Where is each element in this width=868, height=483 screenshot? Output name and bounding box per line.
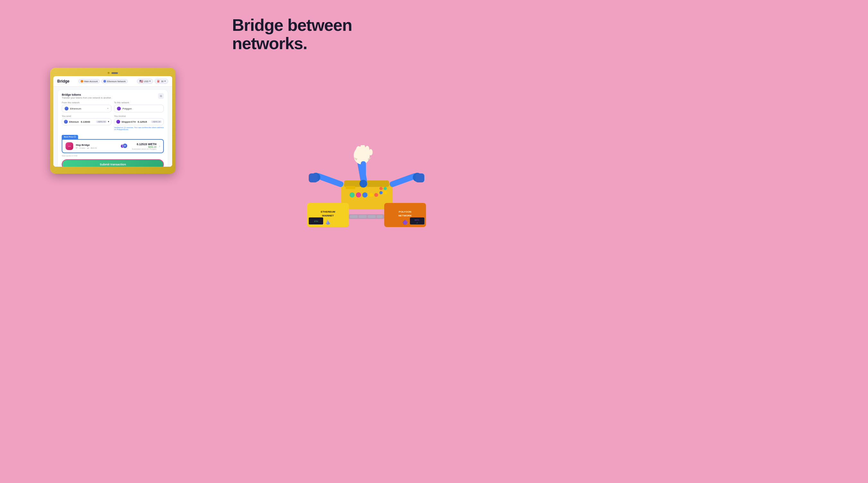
to-network-value: Polygon [122,107,132,110]
you-receive-label: You receive [114,115,164,117]
currency-selector[interactable]: 🇺🇸 USD ▾ [137,79,154,84]
weth-icon: W [122,143,127,148]
laptop-notch [53,71,172,75]
svg-rect-41 [377,215,382,218]
svg-point-45 [379,191,382,194]
chevron-down-icon-gas: ▾ [164,80,166,83]
route-name: Hop Bridge [76,143,118,147]
svg-rect-39 [359,215,367,218]
polygonscan-link[interactable]: PolygonScan. [117,128,129,130]
flag-icon: 🇺🇸 [140,79,143,83]
route-fee: 🗂 ~$10.43 [87,147,97,149]
right-panel: Bridge between networks. [226,0,434,242]
svg-point-16 [360,180,367,188]
fee-icon: 🗂 [87,147,89,149]
svg-point-44 [383,187,387,190]
chevron-down-icon-send: ▾ [108,121,109,123]
header-right: 🇺🇸 USD ▾ ⛽ 30 ▾ [137,79,169,84]
metamask-icon [81,80,83,83]
you-send-group: You send Ethereum 0.13043 +$251.53 ▾ [62,115,112,130]
route-meta: ⏱ ~3 mins 🗂 ~$10.43 [76,147,118,149]
from-network-select[interactable]: Ethereum ▾ [62,105,112,112]
svg-rect-19 [309,173,318,183]
hero-line-2: networks. [232,34,421,53]
send-usd: +$251.53 [96,121,107,123]
route-amount: 0.12515 WETH $241.10 Estimated return on… [132,142,156,150]
hero-text: Bridge between networks. [232,16,421,53]
hero-line-1: Bridge between [232,16,421,34]
from-network-value: Ethereum [70,107,81,110]
laptop-indicator [112,72,118,74]
receive-token-icon [116,120,120,124]
receive-token-name: Wrapped ETH [121,121,135,123]
send-token-name: Ethereum [69,121,79,123]
svg-rect-22 [415,173,424,183]
laptop-screen: Bridge Main Account Ethereum Network 🇺🇸 … [53,76,172,167]
svg-point-46 [383,191,387,194]
card-title-group: Bridge tokens Transfer your tokens from … [62,93,112,99]
svg-text:ETH: ETH [314,220,318,222]
svg-text:↗: ↗ [416,222,417,224]
send-token-icon [64,120,68,124]
token-row: You send Ethereum 0.13043 +$251.53 ▾ You… [62,115,164,130]
svg-point-2 [349,192,355,197]
you-receive-group: You receive Wrapped ETH 0.12515 +$241.10… [114,115,164,130]
gas-selector[interactable]: ⛽ 30 ▾ [155,79,168,84]
route-weth-amount: 0.12515 WETH [132,142,156,146]
chevron-right-icon: › [159,144,160,148]
verified-text: Verified on 11 sources. You can confirm … [114,127,164,130]
header-badges: Main Account Ethereum Network [79,79,128,84]
svg-point-43 [379,187,382,190]
svg-text:MAINNET: MAINNET [322,214,334,217]
route-sublabel: Estimated return on Polygon [132,148,156,150]
copy-button[interactable]: ⧉ [158,93,164,99]
route-time: ⏱ ~3 mins [76,147,85,149]
svg-point-12 [369,149,373,155]
you-receive-input[interactable]: Wrapped ETH 0.12515 +$241.10 [114,118,164,125]
main-account-badge[interactable]: Main Account [79,79,100,84]
svg-point-5 [369,193,373,197]
polygon-network-icon [117,107,121,110]
left-panel: Bridge Main Account Ethereum Network 🇺🇸 … [0,0,226,242]
submit-transaction-button[interactable]: Submit transaction [62,159,164,167]
app-header: Bridge Main Account Ethereum Network 🇺🇸 … [53,76,172,87]
svg-point-6 [374,193,378,197]
svg-text:MATIC: MATIC [414,219,420,221]
token-icons: W [121,143,129,149]
chevron-down-icon: ▾ [149,80,151,83]
to-network-select[interactable]: Polygon [114,105,164,112]
route-usd-amount: $241.10 [132,146,156,148]
machine-illustration: ETHEREUM MAINNET ETH POLYGON NETWORK MAT… [302,145,431,235]
laptop-camera [107,72,110,74]
svg-text:NETWORK: NETWORK [398,214,412,217]
you-send-input[interactable]: Ethereum 0.13043 +$251.53 ▾ [62,118,112,125]
to-network-group: To this network Polygon [114,101,164,112]
from-network-label: From this network [62,101,112,104]
from-network-group: From this network Ethereum ▾ [62,101,112,112]
network-row: From this network Ethereum ▾ To this net… [62,101,164,112]
chevron-down-icon-from: ▾ [107,107,108,110]
you-send-label: You send [62,115,112,117]
best-price-section: Best Price ⓘ ↔ Hop Bridge ⏱ ~3 mins [62,133,164,153]
svg-rect-38 [350,215,358,218]
svg-point-11 [365,146,369,154]
receive-usd: +$241.10 [151,121,162,123]
best-price-badge: Best Price ⓘ [62,135,78,139]
to-network-label: To this network [114,101,164,104]
app-body: Bridge tokens Transfer your tokens from … [53,87,172,167]
hop-bridge-icon: ↔ [65,142,73,150]
svg-text:POLYGON: POLYGON [399,211,411,213]
ethereum-network-icon [65,107,68,110]
bridge-illustration-svg: ETHEREUM MAINNET ETH POLYGON NETWORK MAT… [302,145,431,235]
route-card[interactable]: ↔ Hop Bridge ⏱ ~3 mins 🗂 [62,139,164,153]
laptop-mockup: Bridge Main Account Ethereum Network 🇺🇸 … [50,68,176,174]
card-title: Bridge tokens [62,93,112,96]
svg-text:ETHEREUM: ETHEREUM [321,211,335,213]
gas-icon: ⛽ [157,80,160,83]
send-amount: 0.13043 [81,121,90,123]
svg-rect-40 [368,215,375,218]
ethereum-icon [103,80,106,83]
network-badge[interactable]: Ethereum Network [101,79,128,84]
receive-amount: 0.12515 [137,121,147,123]
clock-icon: ⏱ [76,147,78,149]
